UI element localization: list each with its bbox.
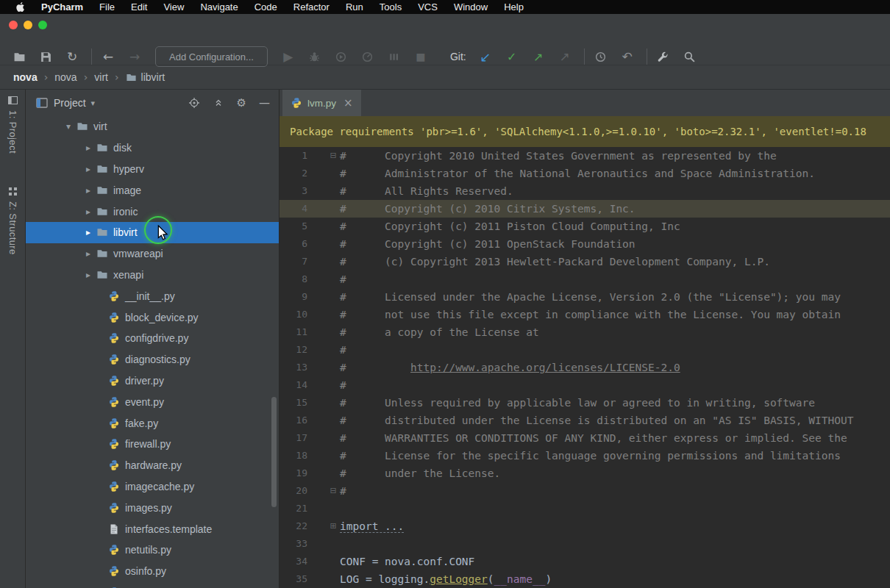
settings-gear-icon[interactable]: ⚙ xyxy=(237,97,246,109)
menu-help[interactable]: Help xyxy=(496,1,532,12)
fold-marker-icon[interactable]: ⊟ xyxy=(327,147,340,165)
menu-vcs[interactable]: VCS xyxy=(410,1,446,12)
breadcrumb-item-nova[interactable]: nova xyxy=(13,71,38,83)
chevron-collapsed-icon[interactable]: ▸ xyxy=(80,164,96,174)
menu-run[interactable]: Run xyxy=(338,1,371,12)
code-line[interactable]: 3# All Rights Reserved. xyxy=(280,182,890,200)
project-scrollbar[interactable] xyxy=(271,397,277,507)
tree-item-fake-py[interactable]: fake.py xyxy=(26,412,279,434)
tree-item-configdrive-py[interactable]: configdrive.py xyxy=(26,328,279,349)
code-line[interactable]: 11# a copy of the License at xyxy=(280,323,890,341)
code-line[interactable]: 9# Licensed under the Apache License, Ve… xyxy=(280,288,890,306)
code-line[interactable]: 14# xyxy=(280,376,890,394)
tree-item-osinfo-py[interactable]: osinfo.py xyxy=(26,561,279,582)
code-line[interactable]: 17# WARRANTIES OR CONDITIONS OF ANY KIND… xyxy=(280,429,890,447)
code-line[interactable]: 34CONF = nova.conf.CONF xyxy=(280,553,890,570)
fold-marker-icon[interactable]: ⊟ xyxy=(327,482,340,500)
tree-item-images-py[interactable]: images.py xyxy=(26,497,279,518)
code-line[interactable]: 1⊟# Copyright 2010 United States Governm… xyxy=(280,147,890,165)
tab-lvm-py[interactable]: lvm.py × xyxy=(282,90,361,116)
tool-window-structure-button[interactable]: Z: Structure xyxy=(0,187,25,255)
undo-icon[interactable]: ↶ xyxy=(619,48,636,65)
tree-item-event-py[interactable]: event.py xyxy=(26,391,279,412)
menu-code[interactable]: Code xyxy=(246,1,285,12)
tree-item-firewall-py[interactable]: firewall.py xyxy=(26,434,279,455)
breadcrumb-item-libvirt[interactable]: libvirt xyxy=(141,71,165,83)
code-line[interactable]: 35LOG = logging.getLogger(__name__) xyxy=(280,570,890,588)
locate-file-icon[interactable] xyxy=(188,97,200,109)
project-panel-title[interactable]: Project xyxy=(54,97,86,109)
wrench-icon[interactable] xyxy=(655,48,672,65)
code-line[interactable]: 20⊟# xyxy=(280,482,890,500)
tree-item-imagecache-py[interactable]: imagecache.py xyxy=(26,476,279,498)
code-line[interactable]: 4# Copyright (c) 2010 Citrix Systems, In… xyxy=(280,200,890,218)
package-requirements-banner[interactable]: Package requirements 'pbr>=1.6', 'SQLAlc… xyxy=(280,116,890,147)
tree-item--init-py[interactable]: __init__.py xyxy=(26,285,279,306)
add-configuration-button[interactable]: Add Configuration... xyxy=(155,46,268,67)
open-folder-icon[interactable] xyxy=(10,48,28,65)
tree-item-libvirt[interactable]: ▸libvirt xyxy=(26,222,279,243)
history-clock-icon[interactable] xyxy=(592,48,610,65)
menu-navigate[interactable]: Navigate xyxy=(192,1,246,12)
chevron-collapsed-icon[interactable]: ▸ xyxy=(80,227,96,237)
git-update-icon[interactable]: ↙ xyxy=(477,48,494,65)
synchronize-icon[interactable]: ↻ xyxy=(63,48,81,65)
code-line[interactable]: 33 xyxy=(280,535,890,553)
close-tab-icon[interactable]: × xyxy=(343,96,353,110)
git-commit-icon[interactable]: ✓ xyxy=(503,48,521,65)
menu-tools[interactable]: Tools xyxy=(371,1,410,12)
code-area[interactable]: 1⊟# Copyright 2010 United States Governm… xyxy=(280,147,890,588)
menu-view[interactable]: View xyxy=(155,1,192,12)
chevron-collapsed-icon[interactable]: ▸ xyxy=(80,143,96,153)
code-line[interactable]: 21 xyxy=(280,500,890,517)
menu-refactor[interactable]: Refactor xyxy=(285,1,338,12)
chevron-collapsed-icon[interactable]: ▸ xyxy=(80,270,96,280)
code-line[interactable]: 10# not use this file except in complian… xyxy=(280,306,890,323)
tree-item-block-device-py[interactable]: block_device.py xyxy=(26,306,279,328)
tree-item-vmwareapi[interactable]: ▸vmwareapi xyxy=(26,243,279,265)
tree-item-diagnostics-py[interactable]: diagnostics.py xyxy=(26,349,279,370)
code-line[interactable]: 18# License for the specific language go… xyxy=(280,447,890,465)
code-line[interactable]: 19# under the License. xyxy=(280,465,890,482)
search-everywhere-icon[interactable] xyxy=(681,48,699,65)
git-push-icon[interactable]: ↗ xyxy=(530,48,547,65)
breadcrumb-item-virt[interactable]: virt xyxy=(94,71,108,83)
hide-panel-icon[interactable]: — xyxy=(259,97,270,109)
breadcrumb-item-nova[interactable]: nova xyxy=(54,71,76,83)
tree-item-disk[interactable]: ▸disk xyxy=(26,137,279,159)
tree-item-xenapi[interactable]: ▸xenapi xyxy=(26,265,279,286)
code-line[interactable]: 2# Administrator of the National Aeronau… xyxy=(280,165,890,182)
tool-window-project-button[interactable]: 1: Project xyxy=(0,96,25,154)
collapse-all-icon[interactable] xyxy=(213,97,224,109)
code-line[interactable]: 13# http://www.apache.org/licenses/LICEN… xyxy=(280,359,890,376)
code-line[interactable]: 12# xyxy=(280,341,890,359)
code-line[interactable]: 5# Copyright (c) 2011 Piston Cloud Compu… xyxy=(280,218,890,235)
tree-item-virt[interactable]: ▾virt xyxy=(26,116,279,137)
tree-item-driver-py[interactable]: driver.py xyxy=(26,370,279,392)
code-line[interactable]: 6# Copyright (c) 2011 OpenStack Foundati… xyxy=(280,235,890,253)
apple-menu-icon[interactable] xyxy=(16,1,26,12)
save-all-icon[interactable] xyxy=(37,48,54,65)
minimize-window-button[interactable] xyxy=(24,21,32,29)
zoom-window-button[interactable] xyxy=(38,21,47,29)
menu-edit[interactable]: Edit xyxy=(123,1,155,12)
chevron-expanded-icon[interactable]: ▾ xyxy=(60,121,76,132)
code-line[interactable]: 22⊞import ... xyxy=(280,517,890,535)
close-window-button[interactable] xyxy=(9,21,18,29)
tree-item-storage-users-py[interactable]: storage_users.py xyxy=(26,582,279,588)
code-line[interactable]: 7# (c) Copyright 2013 Hewlett-Packard De… xyxy=(280,253,890,270)
chevron-collapsed-icon[interactable]: ▸ xyxy=(80,207,96,217)
code-line[interactable]: 16# distributed under the License is dis… xyxy=(280,412,890,429)
menu-file[interactable]: File xyxy=(91,1,123,12)
tree-item-netutils-py[interactable]: netutils.py xyxy=(26,539,279,561)
code-line[interactable]: 15# Unless required by applicable law or… xyxy=(280,394,890,412)
back-icon[interactable]: ← xyxy=(99,48,117,65)
menu-window[interactable]: Window xyxy=(446,1,496,12)
tree-item-image[interactable]: ▸image xyxy=(26,179,279,201)
app-menu-pycharm[interactable]: PyCharm xyxy=(33,1,91,12)
tree-item-interfaces-template[interactable]: interfaces.template xyxy=(26,518,279,539)
tree-item-ironic[interactable]: ▸ironic xyxy=(26,201,279,222)
chevron-down-icon[interactable]: ▾ xyxy=(91,98,96,108)
tree-item-hardware-py[interactable]: hardware.py xyxy=(26,455,279,476)
code-line[interactable]: 8# xyxy=(280,270,890,288)
